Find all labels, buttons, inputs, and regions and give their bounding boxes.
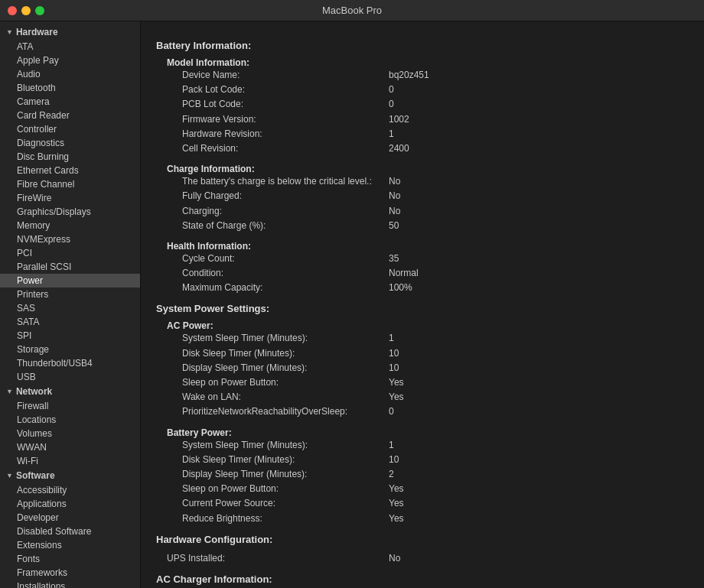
sidebar-item-disc-burning[interactable]: Disc Burning: [0, 150, 140, 164]
ac-disk-sleep-value: 10: [389, 346, 399, 361]
sidebar-item-nvmexpress[interactable]: NVMExpress: [0, 232, 140, 246]
charging-value: No: [389, 204, 400, 219]
sidebar-item-ata[interactable]: ATA: [0, 40, 140, 54]
sidebar-item-memory[interactable]: Memory: [0, 219, 140, 232]
sidebar-item-sas[interactable]: SAS: [0, 301, 140, 315]
ac-sleep-power-label: Sleep on Power Button:: [159, 375, 389, 390]
sidebar-item-installations[interactable]: Installations: [0, 580, 140, 588]
sidebar-item-usb[interactable]: USB: [0, 370, 140, 384]
minimize-button[interactable]: [21, 6, 31, 15]
sidebar-section-software[interactable]: ▼ Software: [0, 468, 140, 483]
ac-sleep-power-row: Sleep on Power Button: Yes: [159, 375, 689, 390]
content-area: Battery Information: Model Information: …: [141, 21, 704, 588]
sidebar-item-developer[interactable]: Developer: [0, 511, 140, 525]
bat-current-source-label: Current Power Source:: [159, 496, 389, 511]
charging-row: Charging: No: [159, 204, 689, 219]
ac-prioritize-value: 0: [389, 404, 394, 419]
sidebar-item-apple-pay[interactable]: Apple Pay: [0, 54, 140, 67]
fully-charged-label: Fully Charged:: [159, 189, 389, 203]
sidebar-item-firewire[interactable]: FireWire: [0, 191, 140, 205]
sidebar-item-graphics-displays[interactable]: Graphics/Displays: [0, 205, 140, 219]
sidebar-item-applications[interactable]: Applications: [0, 497, 140, 511]
bat-reduce-brightness-label: Reduce Brightness:: [159, 512, 389, 526]
window-title: MacBook Pro: [322, 5, 382, 16]
sidebar-item-volumes[interactable]: Volumes: [0, 427, 140, 440]
state-charge-row: State of Charge (%): 50: [159, 219, 689, 233]
bat-current-source-row: Current Power Source: Yes: [159, 496, 689, 511]
sidebar-item-accessibility[interactable]: Accessibility: [0, 483, 140, 497]
window-controls: [8, 6, 44, 15]
health-info-title: Health Information:: [159, 241, 689, 252]
sidebar-item-parallel-scsi[interactable]: Parallel SCSI: [0, 260, 140, 274]
sidebar-item-thunderbolt-usb4[interactable]: Thunderbolt/USB4: [0, 356, 140, 370]
model-info-title: Model Information:: [159, 57, 689, 68]
sidebar-item-printers[interactable]: Printers: [0, 288, 140, 301]
condition-value: Normal: [389, 266, 419, 281]
bat-disk-sleep-label: Disk Sleep Timer (Minutes):: [159, 453, 389, 467]
sidebar-section-hardware[interactable]: ▼ Hardware: [0, 24, 140, 40]
hardware-rev-row: Hardware Revision: 1: [159, 127, 689, 141]
sidebar-item-extensions[interactable]: Extensions: [0, 538, 140, 552]
sidebar-item-sata[interactable]: SATA: [0, 315, 140, 329]
pcb-lot-label: PCB Lot Code:: [159, 97, 389, 112]
bat-sleep-power-value: Yes: [389, 482, 404, 496]
sidebar-item-card-reader[interactable]: Card Reader: [0, 109, 140, 122]
sidebar-item-fonts[interactable]: Fonts: [0, 552, 140, 566]
battery-info-title: Battery Information:: [156, 40, 689, 51]
sidebar-item-storage[interactable]: Storage: [0, 343, 140, 356]
condition-row: Condition: Normal: [159, 266, 689, 281]
hardware-rev-value: 1: [389, 127, 394, 141]
condition-label: Condition:: [159, 266, 389, 281]
cell-rev-label: Cell Revision:: [159, 141, 389, 156]
fully-charged-row: Fully Charged: No: [159, 189, 689, 203]
cell-rev-row: Cell Revision: 2400: [159, 141, 689, 156]
health-info-block: Health Information: Cycle Count: 35 Cond…: [156, 241, 689, 296]
maximize-button[interactable]: [35, 6, 44, 15]
ac-sys-sleep-label: System Sleep Timer (Minutes):: [159, 331, 389, 346]
sidebar-item-wifi[interactable]: Wi-Fi: [0, 454, 140, 468]
sidebar-item-firewall[interactable]: Firewall: [0, 399, 140, 413]
software-arrow-icon: ▼: [6, 472, 13, 479]
cell-rev-value: 2400: [389, 141, 409, 156]
firmware-row: Firmware Version: 1002: [159, 112, 689, 127]
sidebar-item-disabled-software[interactable]: Disabled Software: [0, 525, 140, 538]
pack-lot-row: Pack Lot Code: 0: [159, 83, 689, 97]
bat-sys-sleep-row: System Sleep Timer (Minutes): 1: [159, 438, 689, 453]
sidebar-item-controller[interactable]: Controller: [0, 122, 140, 136]
charge-info-title: Charge Information:: [159, 164, 689, 174]
close-button[interactable]: [8, 6, 17, 15]
ups-row: UPS Installed: No: [159, 551, 689, 566]
sidebar-section-network[interactable]: ▼ Network: [0, 384, 140, 399]
sidebar-item-audio[interactable]: Audio: [0, 67, 140, 81]
ac-wake-lan-label: Wake on LAN:: [159, 390, 389, 404]
sidebar-item-pci[interactable]: PCI: [0, 246, 140, 260]
sidebar-item-spi[interactable]: SPI: [0, 329, 140, 343]
model-info-block: Model Information: Device Name: bq20z451…: [156, 57, 689, 156]
sidebar-item-bluetooth[interactable]: Bluetooth: [0, 81, 140, 95]
sidebar-item-frameworks[interactable]: Frameworks: [0, 566, 140, 580]
bat-disk-sleep-value: 10: [389, 453, 399, 467]
sidebar-item-diagnostics[interactable]: Diagnostics: [0, 136, 140, 150]
pack-lot-value: 0: [389, 83, 394, 97]
sidebar-item-locations[interactable]: Locations: [0, 413, 140, 427]
ac-sys-sleep-row: System Sleep Timer (Minutes): 1: [159, 331, 689, 346]
hw-config-title: Hardware Configuration:: [156, 534, 689, 545]
ac-sleep-power-value: Yes: [389, 375, 404, 390]
cycle-count-label: Cycle Count:: [159, 252, 389, 266]
sidebar-item-power[interactable]: Power: [0, 274, 140, 288]
firmware-value: 1002: [389, 112, 409, 127]
ups-value: No: [389, 551, 400, 566]
sidebar[interactable]: ▼ Hardware ATA Apple Pay Audio Bluetooth…: [0, 21, 141, 588]
bat-disp-sleep-value: 2: [389, 467, 394, 482]
ac-disp-sleep-row: Display Sleep Timer (Minutes): 10: [159, 361, 689, 375]
sidebar-item-camera[interactable]: Camera: [0, 95, 140, 109]
charge-below-value: No: [389, 174, 400, 189]
network-label: Network: [16, 386, 52, 397]
sidebar-item-ethernet-cards[interactable]: Ethernet Cards: [0, 164, 140, 177]
bat-sleep-power-row: Sleep on Power Button: Yes: [159, 482, 689, 496]
sidebar-item-fibre-channel[interactable]: Fibre Channel: [0, 177, 140, 191]
device-name-value: bq20z451: [389, 68, 429, 83]
bat-reduce-brightness-row: Reduce Brightness: Yes: [159, 512, 689, 526]
ac-wake-lan-value: Yes: [389, 390, 404, 404]
sidebar-item-wwan[interactable]: WWAN: [0, 440, 140, 454]
